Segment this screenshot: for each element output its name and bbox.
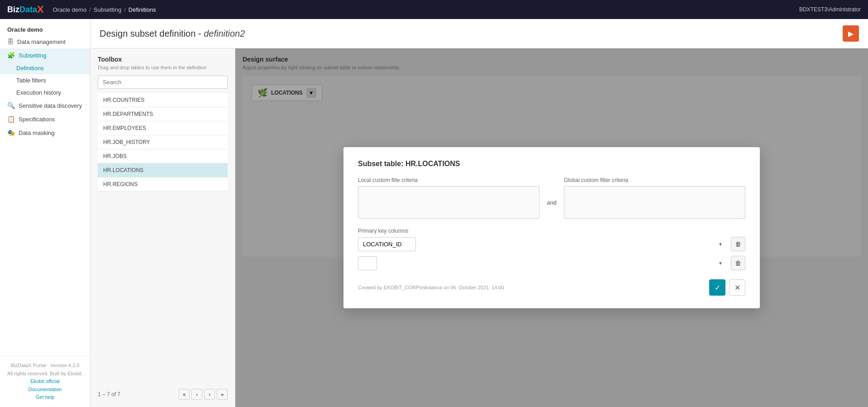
logo-x: X <box>37 4 44 15</box>
modal-footer: Created by EKOBIT_CORP\mbolanca on 06. O… <box>358 279 745 296</box>
sub-item-label-table-filters: Table filters <box>16 77 46 84</box>
primary-key-row-2: 🗑 <box>358 256 745 270</box>
footer-link-help[interactable]: Get help <box>7 393 83 402</box>
list-item-highlighted[interactable]: HR.LOCATIONS <box>98 163 228 177</box>
modal-confirm-button[interactable]: ✓ <box>709 279 725 296</box>
page-last-button[interactable]: » <box>217 389 228 400</box>
breadcrumb-subsetting[interactable]: Subsetting <box>94 6 121 13</box>
modal-cancel-button[interactable]: ✕ <box>729 279 745 296</box>
breadcrumb-definitions: Definitions <box>129 6 156 13</box>
breadcrumb-sep-2: / <box>124 6 126 13</box>
toolbox-title: Toolbox <box>98 56 228 63</box>
page-prev-button[interactable]: ‹ <box>191 389 202 400</box>
sidebar-section-title: Oracle demo <box>0 23 90 35</box>
main-header: Design subset definition - definition2 ▶ <box>91 19 868 48</box>
sidebar-item-label-specifications: Specifications <box>19 116 55 123</box>
sidebar-item-sensitive-data[interactable]: 🔍 Sensitive data discovery <box>0 99 90 112</box>
footer-rights: All rights reserved. Built by Ekobit. <box>7 370 83 378</box>
modal-actions: ✓ ✕ <box>709 279 745 296</box>
global-filter-field: Global custom filter criteria <box>564 177 745 219</box>
sidebar-item-label-sensitive-data: Sensitive data discovery <box>19 102 82 109</box>
footer-link-ekobit[interactable]: Ekobit official <box>7 378 83 386</box>
pk-select-wrapper-1: LOCATION_ID <box>358 237 727 251</box>
run-button[interactable]: ▶ <box>843 25 859 42</box>
data-masking-icon: 🎭 <box>7 129 15 136</box>
sidebar-sub-item-definitions[interactable]: Definitions <box>0 62 90 74</box>
sidebar: Oracle demo 🗄 Data management 🧩 Subsetti… <box>0 19 91 407</box>
sidebar-sub-item-table-filters[interactable]: Table filters <box>0 74 90 86</box>
toolbox-panel: Toolbox Drag and drop tables to use them… <box>91 48 235 407</box>
pk-select-1[interactable]: LOCATION_ID <box>358 237 416 251</box>
logo-biz: Biz <box>7 5 19 14</box>
modal-created-by: Created by EKOBIT_CORP\mbolanca on 06. O… <box>358 285 504 290</box>
sidebar-item-label-data-masking: Data masking <box>19 129 54 136</box>
list-item[interactable]: HR.JOB_HISTORY <box>98 135 228 149</box>
local-filter-input[interactable] <box>358 186 539 219</box>
modal-dialog: Subset table: HR.LOCATIONS Local custom … <box>343 147 760 308</box>
sidebar-sub-item-execution-history[interactable]: Execution history <box>0 86 90 99</box>
search-input[interactable] <box>98 76 228 89</box>
local-filter-field: Local custom filte criteria <box>358 177 539 219</box>
primary-key-section: Primary key columns LOCATION_ID 🗑 <box>358 228 745 270</box>
list-item[interactable]: HR.COUNTRIES <box>98 93 228 107</box>
user-label: BDXTEST3\Administrator <box>799 6 861 13</box>
sidebar-item-label-data-management: Data management <box>17 38 66 45</box>
modal-title: Subset table: HR.LOCATIONS <box>358 160 745 168</box>
page-next-button[interactable]: › <box>204 389 215 400</box>
sidebar-item-data-masking[interactable]: 🎭 Data masking <box>0 126 90 139</box>
pk-delete-button-2[interactable]: 🗑 <box>731 256 745 270</box>
toolbox-list: HR.COUNTRIES HR.DEPARTMENTS HR.EMPLOYEES… <box>98 93 228 384</box>
sidebar-item-label-subsetting: Subsetting <box>19 52 46 59</box>
breadcrumb-sep-1: / <box>89 6 91 13</box>
page-title: Design subset definition - definition2 <box>100 29 245 39</box>
pk-select-2[interactable] <box>358 256 377 270</box>
pagination-summary: 1 – 7 of 7 <box>98 391 120 397</box>
topnav: BizDataX Oracle demo / Subsetting / Defi… <box>0 0 868 19</box>
breadcrumb-oracle-demo[interactable]: Oracle demo <box>53 6 86 13</box>
subsetting-icon: 🧩 <box>7 52 15 59</box>
pk-delete-button-1[interactable]: 🗑 <box>731 237 745 251</box>
sidebar-item-data-management[interactable]: 🗄 Data management <box>0 35 90 48</box>
pagination-buttons: « ‹ › » <box>179 389 228 400</box>
modal-filter-row: Local custom filte criteria and Global c… <box>358 177 745 219</box>
page-title-static: Design subset definition - <box>100 29 201 38</box>
specifications-icon: 📋 <box>7 115 15 123</box>
page-first-button[interactable]: « <box>179 389 190 400</box>
sidebar-item-specifications[interactable]: 📋 Specifications <box>0 112 90 126</box>
sensitive-data-icon: 🔍 <box>7 102 15 109</box>
modal-overlay: Subset table: HR.LOCATIONS Local custom … <box>235 48 868 407</box>
breadcrumb: Oracle demo / Subsetting / Definitions <box>53 6 156 13</box>
list-item[interactable]: HR.EMPLOYEES <box>98 121 228 135</box>
main-content: Design subset definition - definition2 ▶… <box>91 19 868 407</box>
sub-item-label-execution-history: Execution history <box>16 89 61 96</box>
footer-link-docs[interactable]: Documentation <box>7 386 83 394</box>
local-filter-label: Local custom filte criteria <box>358 177 539 183</box>
footer-version: BizDataX Portal - Version 4.3.0 <box>7 362 83 370</box>
modal-and-label: and <box>547 190 557 206</box>
app-logo: BizDataX <box>7 4 44 15</box>
primary-key-label: Primary key columns <box>358 228 745 234</box>
global-filter-label: Global custom filter criteria <box>564 177 745 183</box>
primary-key-row-1: LOCATION_ID 🗑 <box>358 237 745 251</box>
sidebar-footer: BizDataX Portal - Version 4.3.0 All righ… <box>0 356 90 407</box>
logo-data: Data <box>19 5 37 14</box>
toolbox-description: Drag and drop tables to use them in the … <box>98 65 228 70</box>
data-management-icon: 🗄 <box>7 38 14 45</box>
list-item[interactable]: HR.DEPARTMENTS <box>98 107 228 121</box>
sub-item-label-definitions: Definitions <box>16 65 44 72</box>
content-area: Toolbox Drag and drop tables to use them… <box>91 48 868 407</box>
design-surface: Design surface Adjust properties by righ… <box>235 48 868 407</box>
pk-select-wrapper-2 <box>358 256 727 270</box>
list-item[interactable]: HR.JOBS <box>98 149 228 163</box>
list-item[interactable]: HR.REGIONS <box>98 177 228 192</box>
global-filter-input[interactable] <box>564 186 745 219</box>
page-title-definition: definition2 <box>204 29 245 38</box>
toolbox-pagination: 1 – 7 of 7 « ‹ › » <box>98 384 228 400</box>
sidebar-item-subsetting[interactable]: 🧩 Subsetting <box>0 48 90 62</box>
